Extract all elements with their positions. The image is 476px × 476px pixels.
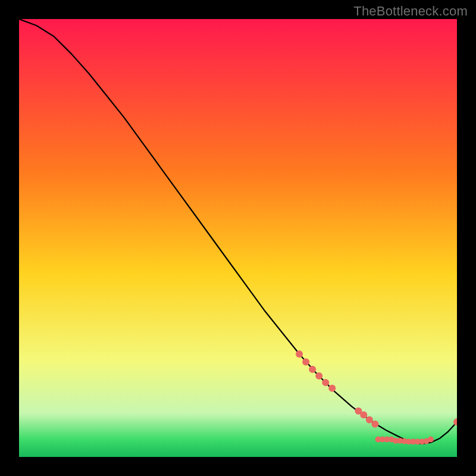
chart-svg <box>19 19 457 457</box>
data-marker <box>366 416 373 423</box>
data-marker <box>322 379 329 386</box>
data-markers <box>296 350 457 444</box>
data-marker <box>302 358 309 365</box>
plot-area <box>19 19 457 457</box>
data-marker <box>328 384 336 392</box>
bottleneck-curve <box>19 19 457 444</box>
data-marker <box>360 411 367 418</box>
data-marker <box>315 372 322 380</box>
data-marker <box>428 437 434 443</box>
attribution-watermark: TheBottleneck.com <box>353 4 468 19</box>
data-marker <box>296 350 303 358</box>
chart-stage: TheBottleneck.com <box>0 0 476 476</box>
data-marker <box>371 421 378 428</box>
data-marker <box>309 366 316 373</box>
